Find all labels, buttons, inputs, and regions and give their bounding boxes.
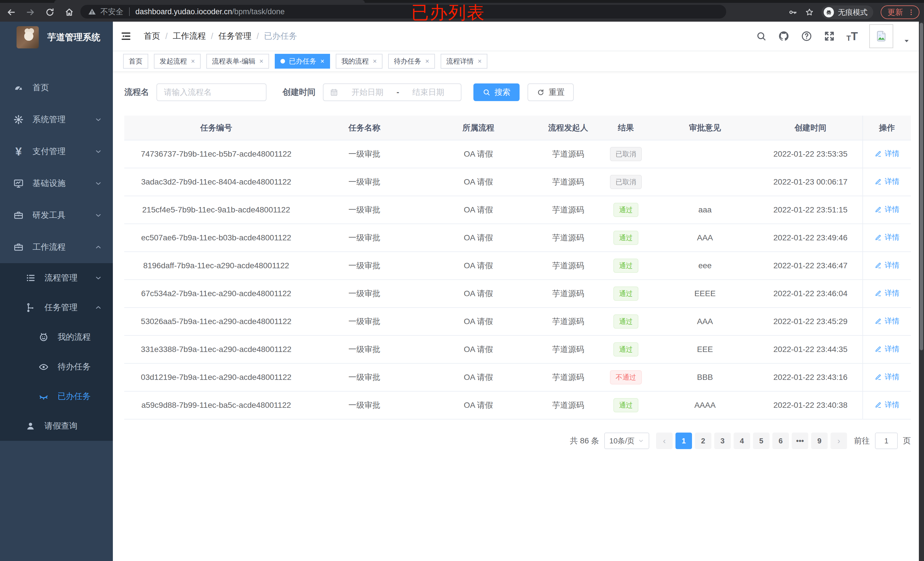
close-icon[interactable]: × bbox=[478, 58, 482, 64]
tab-发起流程[interactable]: 发起流程× bbox=[154, 54, 201, 69]
process-cell: OA 请假 bbox=[421, 224, 536, 252]
sidebar-item-工作流程[interactable]: 工作流程 bbox=[0, 231, 113, 263]
close-icon[interactable]: × bbox=[425, 58, 429, 64]
page-button-•••[interactable]: ••• bbox=[792, 432, 808, 449]
page-content: 流程名 创建时间 开始日期 - 结束日期 搜索 重置 bbox=[113, 71, 919, 561]
avatar[interactable] bbox=[869, 24, 893, 48]
update-button[interactable]: 更新 bbox=[880, 5, 920, 19]
browser-home-icon[interactable] bbox=[64, 7, 74, 17]
page-button-4[interactable]: 4 bbox=[734, 432, 750, 449]
url-host: dashboard.yudao.iocoder.cn bbox=[135, 7, 232, 16]
tab-已办任务[interactable]: 已办任务× bbox=[275, 54, 330, 69]
reset-button[interactable]: 重置 bbox=[528, 84, 574, 101]
page-unit-label: 页 bbox=[903, 435, 911, 446]
pencil-icon bbox=[874, 290, 882, 297]
github-icon[interactable] bbox=[778, 30, 789, 42]
scrollbar-thumb[interactable] bbox=[920, 23, 923, 350]
table-row: 3adac3d2-7b9d-11ec-8404-acde48001122一级审批… bbox=[124, 168, 911, 196]
breadcrumb-item[interactable]: 首页 bbox=[144, 30, 160, 42]
end-date-placeholder: 结束日期 bbox=[402, 87, 454, 98]
starter-cell: 芋道源码 bbox=[536, 364, 600, 391]
sidebar-item-系统管理[interactable]: 系统管理 bbox=[0, 104, 113, 136]
search-icon[interactable] bbox=[756, 31, 766, 42]
close-icon[interactable]: × bbox=[191, 58, 195, 64]
sidebar-item-已办任务[interactable]: 已办任务 bbox=[0, 381, 113, 411]
page-button-2[interactable]: 2 bbox=[695, 432, 711, 449]
prev-page-button[interactable]: ‹ bbox=[656, 432, 673, 449]
tab-待办任务[interactable]: 待办任务× bbox=[388, 54, 435, 69]
help-icon[interactable] bbox=[801, 30, 812, 42]
app-title: 芋道管理系统 bbox=[47, 31, 100, 43]
starter-cell: 芋道源码 bbox=[536, 308, 600, 335]
column-header-审批意见: 审批意见 bbox=[651, 116, 758, 140]
detail-link[interactable]: 详情 bbox=[874, 372, 900, 382]
sidebar-collapse-icon[interactable] bbox=[120, 30, 132, 42]
goto-page-input[interactable] bbox=[875, 432, 898, 449]
detail-link[interactable]: 详情 bbox=[874, 177, 900, 187]
sidebar-item-基础设施[interactable]: 基础设施 bbox=[0, 168, 113, 199]
comment-cell: aaa bbox=[651, 196, 758, 224]
create-time-label: 创建时间 bbox=[282, 87, 315, 98]
sidebar-item-我的流程[interactable]: 我的流程 bbox=[0, 322, 113, 352]
breadcrumb-item[interactable]: 工作流程 bbox=[173, 30, 206, 42]
next-page-button[interactable]: › bbox=[831, 432, 847, 449]
incognito-badge: 无痕模式 bbox=[821, 5, 873, 19]
pencil-icon bbox=[874, 346, 882, 353]
text-size-icon[interactable]: TT bbox=[846, 30, 858, 42]
address-bar[interactable]: 不安全 dashboard.yudao.iocoder.cn/bpm/task/… bbox=[80, 5, 726, 18]
page-button-5[interactable]: 5 bbox=[753, 432, 770, 449]
tab-首页[interactable]: 首页 bbox=[123, 54, 148, 69]
detail-link[interactable]: 详情 bbox=[874, 316, 900, 326]
browser-back-icon[interactable] bbox=[6, 7, 16, 17]
sidebar-item-待办任务[interactable]: 待办任务 bbox=[0, 352, 113, 381]
key-icon[interactable] bbox=[788, 8, 798, 17]
browser-forward-icon[interactable] bbox=[26, 7, 35, 17]
close-icon[interactable]: × bbox=[260, 58, 263, 64]
detail-link[interactable]: 详情 bbox=[874, 344, 900, 354]
task-id-cell: 67c534a2-7b9a-11ec-a290-acde48001122 bbox=[124, 280, 308, 308]
close-icon[interactable]: × bbox=[320, 58, 324, 64]
tab-流程详情[interactable]: 流程详情× bbox=[441, 54, 488, 69]
detail-link[interactable]: 详情 bbox=[874, 260, 900, 270]
detail-link[interactable]: 详情 bbox=[874, 149, 900, 159]
comment-cell: eee bbox=[651, 252, 758, 280]
detail-link[interactable]: 详情 bbox=[874, 400, 900, 410]
bookmark-star-icon[interactable] bbox=[805, 8, 814, 17]
sidebar-item-流程管理[interactable]: 流程管理 bbox=[0, 263, 113, 293]
date-range-input[interactable]: 开始日期 - 结束日期 bbox=[323, 84, 461, 101]
page-button-6[interactable]: 6 bbox=[772, 432, 789, 449]
browser-scrollbar[interactable] bbox=[919, 22, 924, 561]
sidebar-item-label: 支付管理 bbox=[33, 146, 66, 157]
avatar-caret-icon[interactable] bbox=[903, 37, 910, 45]
page-button-3[interactable]: 3 bbox=[714, 432, 731, 449]
browser-menu-icon[interactable] bbox=[908, 9, 915, 16]
sidebar-item-label: 已办任务 bbox=[58, 391, 91, 402]
breadcrumb-item[interactable]: 任务管理 bbox=[218, 30, 251, 42]
search-button[interactable]: 搜索 bbox=[473, 84, 520, 101]
app-logo[interactable]: 芋道管理系统 bbox=[0, 22, 113, 53]
tab-label: 待办任务 bbox=[394, 57, 421, 66]
browser-reload-icon[interactable] bbox=[45, 7, 55, 17]
detail-link[interactable]: 详情 bbox=[874, 232, 900, 242]
page-button-1[interactable]: 1 bbox=[675, 432, 692, 449]
sidebar-item-研发工具[interactable]: 研发工具 bbox=[0, 199, 113, 231]
briefcase-icon bbox=[11, 242, 26, 253]
fullscreen-icon[interactable] bbox=[824, 30, 835, 42]
sidebar-item-任务管理[interactable]: 任务管理 bbox=[0, 293, 113, 322]
table-header-row: 任务编号任务名称所属流程流程发起人结果审批意见创建时间操作 bbox=[124, 116, 911, 140]
task-id-cell: 215cf4e5-7b9b-11ec-9a1b-acde48001122 bbox=[124, 196, 308, 224]
tab-流程表单-编辑[interactable]: 流程表单-编辑× bbox=[206, 54, 269, 69]
process-name-input[interactable] bbox=[156, 84, 267, 101]
page-button-9[interactable]: 9 bbox=[811, 432, 828, 449]
detail-link[interactable]: 详情 bbox=[874, 288, 900, 298]
sidebar-item-请假查询[interactable]: 请假查询 bbox=[0, 411, 113, 441]
status-badge: 通过 bbox=[614, 398, 638, 413]
detail-link[interactable]: 详情 bbox=[874, 205, 900, 214]
close-icon[interactable]: × bbox=[373, 58, 377, 64]
sidebar-item-首页[interactable]: 首页 bbox=[0, 72, 113, 104]
breadcrumb-separator: / bbox=[211, 31, 213, 41]
sidebar-item-支付管理[interactable]: ¥支付管理 bbox=[0, 136, 113, 168]
flow-icon bbox=[23, 302, 38, 313]
tab-我的流程[interactable]: 我的流程× bbox=[336, 54, 382, 69]
page-size-select[interactable]: 10条/页 bbox=[604, 432, 649, 449]
